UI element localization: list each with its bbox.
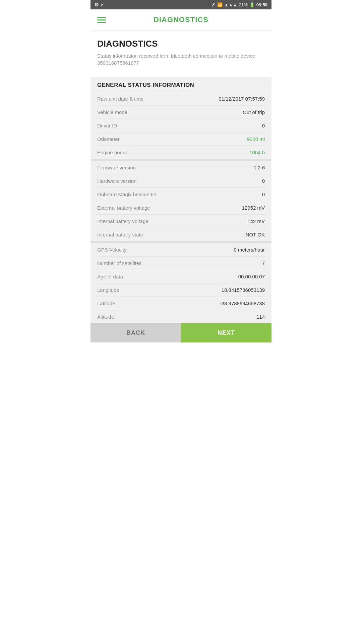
gallery-icon: 🖼 (95, 2, 99, 7)
value-age-of-data: 00.00:00:07 (238, 274, 265, 279)
label-firmware: Firmware version (97, 165, 254, 170)
data-group-2: Firmware version 1.2.6 Hardware version … (90, 159, 272, 241)
label-satellites: Number of satellites (97, 260, 262, 266)
label-vehicle-mode: Vehicle mode (97, 109, 243, 115)
label-ext-battery: External battery voltage (97, 205, 242, 211)
hamburger-menu[interactable] (97, 17, 106, 23)
hamburger-line-3 (97, 22, 106, 23)
general-status-section: GENERAL STATUS INFORMATION Raw unit date… (90, 77, 272, 323)
next-button[interactable]: NEXT (181, 323, 272, 342)
value-int-battery-voltage: 142 mV (247, 218, 265, 224)
value-satellites: 7 (262, 260, 265, 266)
status-right-icons: ✗ 📶 ▲▲▲ 21% 🔋 09:58 (212, 2, 267, 7)
label-raw-date: Raw unit date & time (97, 96, 219, 102)
label-age-of-data: Age of data (97, 274, 238, 279)
table-row: Vehicle mode Out of trip (97, 106, 265, 119)
table-row: Onboard Magix beacon ID 0 (97, 188, 265, 201)
table-row: Longitude 18,8415736053139 (97, 283, 265, 297)
section-title: GENERAL STATUS INFORMATION (90, 77, 272, 92)
page-heading: DIAGNOSTICS (97, 39, 265, 49)
hamburger-line-2 (97, 19, 106, 20)
value-int-battery-state: NOT OK (246, 232, 265, 237)
label-altitude: Altitude (97, 314, 256, 320)
value-driver-id: 0 (262, 123, 265, 128)
table-row: GPS Velocity 0 meters/hour (97, 243, 265, 257)
bluetooth-icon: ✗ (212, 2, 216, 7)
label-latitude: Latitude (97, 301, 220, 306)
label-int-battery-voltage: Internal battery voltage (97, 218, 247, 224)
value-altitude: 114 (256, 314, 265, 320)
label-beacon-id: Onboard Magix beacon ID (97, 192, 262, 197)
signal-icon: ▲▲▲ (224, 2, 237, 7)
value-ext-battery: 12052 mV (242, 205, 265, 211)
label-gps-velocity: GPS Velocity (97, 247, 234, 253)
value-gps-velocity: 0 meters/hour (234, 247, 265, 253)
value-firmware: 1.2.6 (254, 165, 265, 170)
table-row: Age of data 00.00:00:07 (97, 270, 265, 283)
label-hardware: Hardware version (97, 178, 262, 184)
value-engine-hours: 1004 h (249, 150, 265, 155)
value-beacon-id: 0 (262, 192, 265, 197)
table-row: Internal battery voltage 142 mV (97, 215, 265, 228)
table-row: Engine hours 1004 h (97, 146, 265, 159)
label-engine-hours: Engine hours (97, 150, 249, 155)
value-raw-date: 01/12/2017 07:57:59 (219, 96, 265, 102)
value-longitude: 18,8415736053139 (222, 287, 265, 293)
value-vehicle-mode: Out of trip (243, 109, 265, 115)
value-latitude: -33,9788994658738 (220, 301, 265, 306)
value-odometer: 9000 mi (247, 136, 265, 142)
table-row: External battery voltage 12052 mV (97, 201, 265, 215)
table-row: Raw unit date & time 01/12/2017 07:57:59 (97, 92, 265, 106)
check-icon: ✔ (101, 2, 104, 7)
label-driver-id: Driver ID (97, 123, 262, 128)
app-header: DIAGNOSTICS (90, 9, 272, 31)
table-row: Internal battery state NOT OK (97, 228, 265, 241)
table-row: Hardware version 0 (97, 174, 265, 188)
data-group-3: GPS Velocity 0 meters/hour Number of sat… (90, 241, 272, 323)
table-row: Driver ID 0 (97, 119, 265, 132)
battery-level: 21% (239, 2, 248, 7)
value-hardware: 0 (262, 178, 265, 184)
table-row: Altitude 114 (97, 310, 265, 323)
page-content: DIAGNOSTICS Status information received … (90, 31, 272, 72)
header-title: DIAGNOSTICS (111, 15, 251, 24)
table-row: Odometer 9000 mi (97, 132, 265, 146)
table-row: Number of satellites 7 (97, 257, 265, 270)
label-odometer: Odometer (97, 136, 247, 142)
page-subtitle: Status information received from bluetoo… (97, 52, 265, 66)
bottom-nav: BACK NEXT (90, 323, 272, 342)
status-left-icons: 🖼 ✔ (95, 2, 104, 7)
battery-icon: 🔋 (249, 2, 255, 7)
hamburger-line-1 (97, 17, 106, 18)
label-longitude: Longitude (97, 287, 222, 293)
table-row: Latitude -33,9788994658738 (97, 297, 265, 310)
label-int-battery-state: Internal battery state (97, 232, 246, 237)
data-group-1: Raw unit date & time 01/12/2017 07:57:59… (90, 92, 272, 159)
back-button[interactable]: BACK (90, 323, 181, 342)
time-display: 09:58 (256, 2, 267, 7)
status-bar: 🖼 ✔ ✗ 📶 ▲▲▲ 21% 🔋 09:58 (90, 0, 272, 9)
table-row: Firmware version 1.2.6 (97, 161, 265, 174)
wifi-icon: 📶 (217, 2, 223, 7)
